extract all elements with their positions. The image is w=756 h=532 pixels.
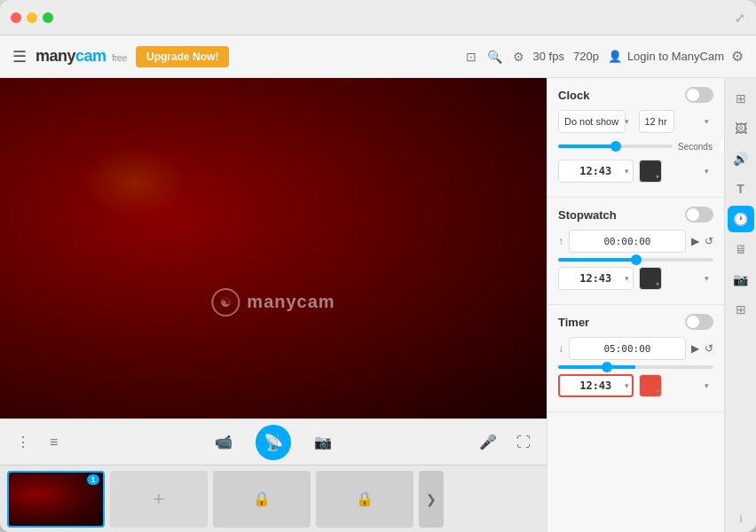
list-menu-button[interactable]: ≡ — [44, 428, 63, 456]
timer-size-slider[interactable] — [558, 365, 713, 369]
user-area[interactable]: 👤 Login to ManyCam — [608, 50, 724, 63]
fullscreen-button[interactable]: ⛶ — [511, 428, 536, 456]
logo-area: manycam free — [35, 47, 127, 66]
sidebar-grid-button[interactable]: ⊞ — [728, 296, 754, 323]
sidebar-monitor-button[interactable]: 🖥 — [728, 236, 754, 262]
clock-size-slider[interactable] — [558, 145, 673, 148]
photo-button[interactable]: 📷 — [309, 428, 337, 456]
controls-left: ⋮ ≡ — [11, 428, 63, 456]
fps-display: 30 fps — [533, 50, 564, 63]
clock-color-wrapper — [639, 160, 714, 183]
timer-slider-row — [558, 365, 713, 369]
clock-toggle[interactable] — [685, 87, 713, 103]
timer-digit-display: 12:43 — [558, 374, 634, 397]
sidebar-text-button[interactable]: T — [728, 176, 754, 202]
timer-color-wrapper — [639, 374, 714, 397]
clock-section: Clock Do not show 12 hr 24 hr 12 hr — [547, 78, 724, 198]
stopwatch-size-slider[interactable] — [558, 258, 713, 262]
timer-title: Timer — [558, 316, 589, 329]
sidebar-clock-button[interactable]: 🕐 — [728, 206, 754, 232]
stopwatch-reset-button[interactable]: ↺ — [705, 235, 713, 247]
watermark-text: manycam — [247, 292, 335, 312]
resolution-display: 720p — [573, 50, 599, 63]
timer-header: Timer — [558, 314, 713, 330]
stopwatch-color-picker[interactable] — [639, 267, 662, 290]
logo-many: many — [35, 47, 75, 65]
timer-digit-wrapper: 12:43 — [558, 374, 634, 397]
watermark-icon: ☯ — [211, 288, 240, 317]
video-button[interactable]: 📹 — [209, 428, 238, 456]
stopwatch-digit-display: 12:43 — [558, 267, 634, 290]
stopwatch-play-button[interactable]: ▶ — [691, 235, 699, 247]
app-window: ⤢ ☰ manycam free Upgrade Now! ⊡ 🔍 ⚙ 30 f… — [0, 0, 756, 532]
clock-hr-wrapper: 12 hr 24 hr — [639, 110, 714, 133]
main-area: ☯ manycam ⋮ ≡ 📹 📡 📷 🎤 ⛶ — [0, 78, 547, 532]
stopwatch-digit-wrapper: 12:43 — [558, 267, 634, 290]
sidebar-layout-button[interactable]: ⊞ — [728, 85, 754, 112]
seconds-label: Seconds — [678, 142, 713, 152]
traffic-lights — [11, 12, 53, 23]
timer-down-icon: ↓ — [558, 342, 563, 355]
sidebar-image-button[interactable]: 🖼 — [728, 115, 754, 142]
watermark-many: many — [247, 292, 296, 311]
zoom-icon[interactable]: 🔍 — [487, 50, 502, 64]
crop-icon[interactable]: ⊡ — [466, 50, 476, 64]
clock-format-select[interactable]: Do not show 12 hr 24 hr — [558, 110, 626, 133]
logo-cam: cam — [75, 47, 106, 65]
clock-format-wrapper: Do not show 12 hr 24 hr — [558, 110, 634, 133]
minimize-button[interactable] — [27, 12, 37, 23]
timer-section: Timer ↓ 05:00:00 ▶ ↺ 12:43 — [547, 305, 724, 412]
settings-small-icon[interactable]: ⚙ — [513, 50, 524, 64]
clock-display-row: 12:43 — [558, 160, 713, 183]
stopwatch-toggle[interactable] — [685, 207, 713, 223]
settings-icon[interactable]: ⚙ — [731, 48, 744, 65]
timer-play-button[interactable]: ▶ — [691, 342, 699, 355]
stopwatch-slider-row — [558, 258, 713, 262]
clock-format-row: Do not show 12 hr 24 hr 12 hr 24 hr — [558, 110, 713, 133]
controls-right: 🎤 ⛶ — [474, 428, 536, 456]
add-icon: + — [154, 488, 165, 511]
timer-toggle[interactable] — [685, 314, 713, 330]
mic-button[interactable]: 🎤 — [474, 428, 502, 456]
clock-header: Clock — [558, 87, 713, 103]
lock-icon-2: 🔒 — [356, 490, 374, 507]
nav-chevron-icon: ❯ — [426, 492, 437, 506]
video-preview: ☯ manycam — [0, 78, 547, 419]
thumbnail-add[interactable]: + — [110, 471, 208, 528]
upgrade-button[interactable]: Upgrade Now! — [136, 46, 229, 67]
controls-bar: ⋮ ≡ 📹 📡 📷 🎤 ⛶ — [0, 419, 547, 465]
timer-controls-row: ↓ 05:00:00 ▶ ↺ — [558, 337, 713, 360]
timer-color-picker[interactable] — [639, 374, 662, 397]
maximize-button[interactable] — [43, 12, 53, 23]
clock-time-display: 12:43 — [558, 160, 634, 183]
thumb-badge: 1 — [87, 474, 99, 485]
right-sidebar: ⊞ 🖼 🔊 T 🕐 🖥 📷 ⊞ ℹ — [724, 78, 756, 532]
timer-time: 05:00:00 — [569, 337, 686, 360]
logo-text: manycam free — [35, 47, 127, 66]
thumbnail-lock-1[interactable]: 🔒 — [213, 471, 311, 528]
right-panel: Clock Do not show 12 hr 24 hr 12 hr — [547, 78, 724, 532]
stopwatch-title: Stopwatch — [558, 208, 617, 222]
expand-icon[interactable]: ⤢ — [735, 11, 745, 25]
clock-color-picker[interactable] — [639, 160, 662, 183]
timer-reset-button[interactable]: ↺ — [705, 342, 713, 355]
stopwatch-time: 00:00:00 — [569, 230, 686, 253]
logo-free: free — [112, 52, 127, 63]
stopwatch-controls-row: ↑ 00:00:00 ▶ ↺ — [558, 230, 713, 253]
clock-hr-select[interactable]: 12 hr 24 hr — [639, 110, 674, 133]
watermark-cam: cam — [297, 292, 335, 311]
thumbnail-lock-2[interactable]: 🔒 — [316, 471, 413, 528]
menu-icon[interactable]: ☰ — [12, 47, 27, 66]
login-label[interactable]: Login to ManyCam — [627, 50, 724, 63]
thumbnail-active[interactable]: 1 — [7, 471, 105, 528]
sidebar-photo-button[interactable]: 📷 — [728, 266, 754, 293]
stopwatch-up-icon: ↑ — [558, 235, 563, 247]
close-button[interactable] — [11, 12, 21, 23]
sidebar-volume-button[interactable]: 🔊 — [728, 145, 754, 172]
thumbnail-nav[interactable]: ❯ — [419, 471, 444, 528]
dots-menu-button[interactable]: ⋮ — [11, 428, 35, 456]
timer-display-row: 12:43 — [558, 374, 713, 397]
sidebar-info-icon[interactable]: ℹ — [739, 513, 743, 525]
broadcast-button[interactable]: 📡 — [256, 425, 291, 460]
lock-icon-1: 🔒 — [253, 490, 271, 507]
